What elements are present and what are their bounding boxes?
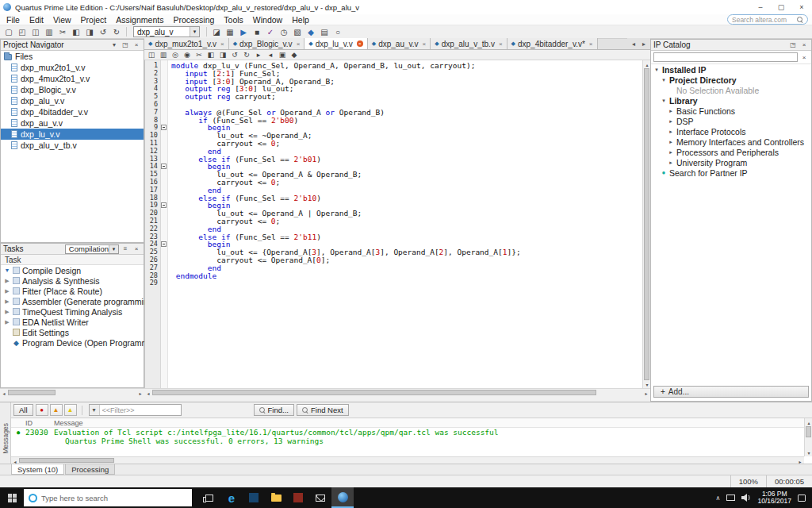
- save-icon[interactable]: ◫: [146, 50, 157, 60]
- app-red-button[interactable]: [287, 487, 309, 508]
- sidebar-horizontal-scrollbar[interactable]: ◂ ▸: [0, 388, 144, 396]
- scroll-right-icon[interactable]: ▸: [136, 389, 144, 397]
- scrollbar-thumb[interactable]: [152, 390, 596, 395]
- project-selector[interactable]: dxp_alu_v ▾: [133, 26, 200, 37]
- analysis-synthesis-icon[interactable]: ✓: [264, 26, 277, 38]
- task-item[interactable]: ▶Fitter (Place & Route): [1, 286, 144, 296]
- save-icon[interactable]: ◫: [29, 26, 42, 38]
- programmer-icon[interactable]: ◆: [304, 26, 317, 38]
- ip-item[interactable]: ▸Basic Functions: [651, 106, 811, 116]
- fold-marker-icon[interactable]: [161, 164, 167, 169]
- scroll-left-icon[interactable]: ◂: [0, 389, 8, 397]
- code-text[interactable]: module dxp_lu_v (Func_Sel, Operand_A, Op…: [168, 60, 642, 388]
- messages-vertical-scrollbar[interactable]: ▴ ▾: [804, 418, 812, 456]
- mail-button[interactable]: [309, 487, 331, 508]
- undo-icon[interactable]: ↺: [97, 26, 109, 38]
- files-root-node[interactable]: Files: [1, 51, 144, 62]
- volume-icon[interactable]: [741, 494, 751, 502]
- collapse-icon[interactable]: ▾: [653, 67, 660, 73]
- float-panel-icon[interactable]: ◳: [121, 40, 130, 49]
- action-center-icon[interactable]: [798, 495, 806, 502]
- file-item[interactable]: dxp_4mux2to1_v.v: [1, 73, 144, 84]
- tasks-close-icon[interactable]: ×: [132, 244, 141, 253]
- editor-vertical-scrollbar[interactable]: ▴ ▾: [642, 60, 650, 388]
- file-item[interactable]: dxp_mux2to1_v.v: [1, 62, 144, 73]
- ip-item[interactable]: ▸Interface Protocols: [651, 126, 811, 137]
- expand-icon[interactable]: ▸: [668, 149, 674, 156]
- task-item[interactable]: ▶Assembler (Generate programming: [1, 296, 144, 306]
- warning-filter-icon[interactable]: ▲: [64, 404, 77, 416]
- menu-view[interactable]: View: [48, 15, 76, 25]
- menu-window[interactable]: Window: [248, 15, 287, 25]
- panel-menu-icon[interactable]: ▾: [109, 40, 119, 49]
- new-file-icon[interactable]: ▢: [2, 26, 15, 38]
- stop-processing-icon[interactable]: ■: [251, 26, 263, 38]
- collapse-icon[interactable]: ▾: [661, 98, 667, 104]
- network-icon[interactable]: [726, 495, 735, 501]
- close-tab-icon[interactable]: ×: [220, 40, 224, 48]
- message-column-header[interactable]: Message: [54, 419, 812, 427]
- redo-icon[interactable]: ↻: [241, 50, 252, 60]
- message-row[interactable]: ● 23030 Evaluation of Tcl script c:/inte…: [11, 428, 812, 437]
- timing-analyzer-icon[interactable]: ◷: [278, 26, 290, 38]
- tab-scroll-right-icon[interactable]: ▸: [639, 40, 649, 48]
- message-filter-input[interactable]: [100, 406, 181, 414]
- task-item[interactable]: ◆Program Device (Open Programmer): [1, 337, 144, 348]
- find-icon[interactable]: ◎: [170, 50, 181, 60]
- settings-icon[interactable]: ◪: [210, 26, 223, 38]
- tasks-menu-icon[interactable]: ≡: [121, 244, 130, 253]
- fold-marker-icon[interactable]: [161, 125, 167, 130]
- code-editor[interactable]: 1234567891011121314151617181920212223242…: [144, 60, 650, 388]
- expand-icon[interactable]: ▶: [4, 309, 10, 315]
- menu-edit[interactable]: Edit: [25, 15, 48, 25]
- task-flow-selector[interactable]: Compilation ▾: [65, 244, 119, 254]
- collapse-icon[interactable]: ▾: [661, 77, 667, 83]
- close-button[interactable]: ×: [791, 0, 812, 14]
- tab-processing[interactable]: Processing: [65, 464, 115, 475]
- ip-item[interactable]: ▸DSP: [651, 116, 811, 126]
- close-tab-icon[interactable]: ×: [423, 40, 427, 48]
- scrollbar-thumb[interactable]: [644, 68, 649, 380]
- print-icon[interactable]: ▥: [158, 50, 169, 60]
- task-item[interactable]: ▼Compile Design: [1, 265, 144, 275]
- editor-horizontal-scrollbar[interactable]: ◂ ▸: [144, 388, 650, 396]
- expand-icon[interactable]: ▸: [668, 139, 674, 145]
- clear-search-icon[interactable]: ×: [799, 53, 809, 62]
- cut-icon[interactable]: ✂: [193, 50, 205, 60]
- file-item[interactable]: dxp_alu_v_tb.v: [1, 140, 144, 151]
- menu-file[interactable]: File: [2, 15, 25, 25]
- task-item[interactable]: Edit Settings: [1, 327, 144, 337]
- tab-dxp-mux2to1-v-v[interactable]: ◆dxp_mux2to1_v.v×: [144, 38, 229, 49]
- panel-close-icon[interactable]: ×: [799, 40, 809, 49]
- menu-processing[interactable]: Processing: [168, 15, 219, 25]
- help-icon[interactable]: ○: [331, 26, 344, 38]
- find-next-button[interactable]: Find Next: [297, 404, 349, 416]
- ip-item[interactable]: No Selection Available: [651, 85, 811, 95]
- fold-marker-icon[interactable]: [161, 202, 167, 208]
- replace-icon[interactable]: ◉: [182, 50, 193, 60]
- scroll-down-icon[interactable]: ▾: [805, 448, 812, 456]
- float-panel-icon[interactable]: ◳: [788, 40, 798, 49]
- netlist-viewer-icon[interactable]: ▧: [291, 26, 304, 38]
- minimize-button[interactable]: –: [750, 0, 771, 14]
- altera-search-box[interactable]: [727, 14, 808, 25]
- redo-icon[interactable]: ↻: [110, 26, 123, 38]
- find-button[interactable]: Find...: [254, 404, 294, 416]
- paste-icon[interactable]: ◨: [83, 26, 96, 38]
- panel-close-icon[interactable]: ×: [132, 40, 141, 49]
- scroll-left-icon[interactable]: ◂: [144, 389, 152, 397]
- ip-item[interactable]: ▸University Program: [651, 157, 811, 167]
- task-item[interactable]: ▶TimeQuest Timing Analysis: [1, 306, 144, 317]
- filter-dropdown-icon[interactable]: ▾: [90, 405, 100, 415]
- collapse-icon[interactable]: ▼: [4, 267, 10, 273]
- file-item[interactable]: dxp_4bitadder_v.v: [1, 106, 144, 117]
- add-ip-button[interactable]: + Add...: [653, 386, 809, 398]
- taskbar-search-input[interactable]: [41, 494, 187, 502]
- start-button[interactable]: [0, 487, 24, 508]
- store-button[interactable]: [243, 487, 265, 508]
- close-tab-icon[interactable]: ×: [499, 40, 503, 48]
- expand-icon[interactable]: ▶: [4, 298, 10, 305]
- ip-item[interactable]: ▸Memory Interfaces and Controllers: [651, 137, 811, 147]
- menu-project[interactable]: Project: [76, 15, 112, 25]
- expand-icon[interactable]: ▶: [4, 319, 10, 325]
